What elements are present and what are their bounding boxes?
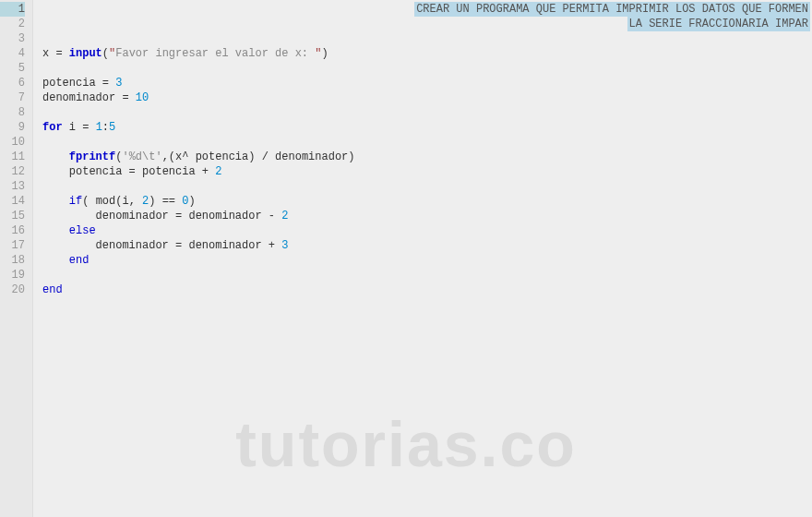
kw-if: if: [69, 195, 82, 208]
code-line-3[interactable]: [42, 31, 812, 46]
op-eqeq: ==: [155, 195, 182, 208]
code-line-7[interactable]: denominador = 10: [42, 90, 812, 105]
indent: [42, 165, 69, 178]
gutter-line-18[interactable]: 18: [0, 253, 25, 268]
gutter-line-11[interactable]: 11: [0, 150, 25, 164]
op-assign: =: [49, 47, 69, 60]
indent: [42, 224, 69, 237]
code-line-14[interactable]: if( mod(i, 2) == 0): [42, 194, 812, 209]
comment-line-1: CREAR UN PROGRAMA QUE PERMITA IMPRIMIR L…: [414, 2, 810, 17]
indent: [42, 150, 69, 163]
op-plus: +: [262, 239, 282, 252]
var-denominador: denominador: [188, 239, 261, 252]
code-line-20[interactable]: end: [42, 283, 812, 297]
op-comma: ,: [129, 195, 142, 208]
op-assign: =: [115, 91, 136, 104]
num-3: 3: [115, 77, 122, 90]
code-line-5[interactable]: [42, 61, 812, 76]
code-line-18[interactable]: end: [42, 253, 812, 268]
gutter-line-8[interactable]: 8: [0, 105, 25, 120]
num-2: 2: [215, 165, 221, 178]
func-fprintf: fprintf: [69, 150, 115, 163]
var-denominador: denominador: [96, 210, 169, 222]
op-assign: =: [169, 210, 189, 222]
op-colon: :: [102, 121, 109, 134]
gutter-line-7[interactable]: 7: [0, 90, 25, 105]
gutter-line-2[interactable]: 2: [0, 17, 25, 31]
indent: [42, 195, 69, 208]
code-line-9[interactable]: for i = 1:5: [42, 120, 812, 135]
code-area[interactable]: CREAR UN PROGRAMA QUE PERMITA IMPRIMIR L…: [33, 0, 812, 517]
comment-block: CREAR UN PROGRAMA QUE PERMITA IMPRIMIR L…: [414, 2, 810, 31]
paren-open: (: [82, 195, 95, 208]
code-line-11[interactable]: fprintf('%d\t',(x^ potencia) / denominad…: [42, 150, 812, 164]
var-i: i: [122, 195, 128, 208]
code-line-16[interactable]: else: [42, 223, 812, 238]
op-plus: +: [196, 165, 216, 178]
comment-line-2: LA SERIE FRACCIONARIA IMPAR: [627, 17, 810, 31]
var-denominador: denominador: [42, 91, 115, 104]
gutter-line-17[interactable]: 17: [0, 238, 25, 253]
code-line-13[interactable]: [42, 179, 812, 194]
gutter-line-3[interactable]: 3: [0, 31, 25, 46]
var-potencia: potencia: [69, 165, 123, 178]
gutter-line-19[interactable]: 19: [0, 268, 25, 283]
gutter-line-16[interactable]: 16: [0, 223, 25, 238]
gutter-line-14[interactable]: 14: [0, 194, 25, 209]
var-potencia: potencia: [42, 77, 96, 90]
gutter-line-15[interactable]: 15: [0, 209, 25, 223]
var-i: i: [63, 121, 76, 134]
line-gutter: 1 2 3 4 5 6 7 8 9 10 11 12 13 14 15 16 1…: [0, 0, 33, 517]
paren-open: (: [102, 47, 109, 60]
code-line-17[interactable]: denominador = denominador + 3: [42, 238, 812, 253]
code-line-6[interactable]: potencia = 3: [42, 76, 812, 90]
code-line-4[interactable]: x = input("Favor ingresar el valor de x:…: [42, 46, 812, 61]
string-prompt: Favor ingresar el valor de x:: [115, 47, 315, 60]
kw-end: end: [42, 283, 63, 296]
gutter-line-10[interactable]: 10: [0, 135, 25, 150]
code-line-15[interactable]: denominador = denominador - 2: [42, 209, 812, 223]
op-assign: =: [122, 165, 142, 178]
num-1: 1: [96, 121, 102, 134]
indent: [42, 210, 96, 222]
kw-end: end: [69, 254, 90, 267]
gutter-line-6[interactable]: 6: [0, 76, 25, 90]
kw-else: else: [69, 224, 96, 237]
var-denominador: denominador: [96, 239, 169, 252]
gutter-line-5[interactable]: 5: [0, 61, 25, 76]
op-assign: =: [76, 121, 96, 134]
indent: [42, 254, 69, 267]
num-10: 10: [136, 91, 149, 104]
code-line-10[interactable]: [42, 135, 812, 150]
code-line-12[interactable]: potencia = potencia + 2: [42, 164, 812, 179]
func-mod: mod: [96, 195, 116, 208]
expr-rest: ,(x^ potencia) / denominador): [162, 150, 355, 163]
gutter-line-20[interactable]: 20: [0, 283, 25, 297]
op-assign: =: [96, 77, 116, 90]
num-3: 3: [281, 239, 288, 252]
code-line-8[interactable]: [42, 105, 812, 120]
paren-close: ): [321, 47, 328, 60]
var-denominador: denominador: [188, 210, 261, 222]
num-2: 2: [281, 210, 288, 222]
editor-container: 1 2 3 4 5 6 7 8 9 10 11 12 13 14 15 16 1…: [0, 0, 812, 517]
op-minus: -: [262, 210, 282, 222]
gutter-line-13[interactable]: 13: [0, 179, 25, 194]
gutter-line-1[interactable]: 1: [0, 2, 25, 17]
var-potencia: potencia: [142, 165, 196, 178]
paren-close: ): [188, 195, 195, 208]
func-input: input: [69, 47, 102, 60]
code-line-19[interactable]: [42, 268, 812, 283]
gutter-line-9[interactable]: 9: [0, 120, 25, 135]
kw-for: for: [42, 121, 63, 134]
gutter-line-12[interactable]: 12: [0, 164, 25, 179]
gutter-line-4[interactable]: 4: [0, 46, 25, 61]
string-fmt: '%d\t': [122, 150, 161, 163]
op-assign: =: [169, 239, 189, 252]
indent: [42, 239, 96, 252]
num-5: 5: [109, 121, 115, 134]
